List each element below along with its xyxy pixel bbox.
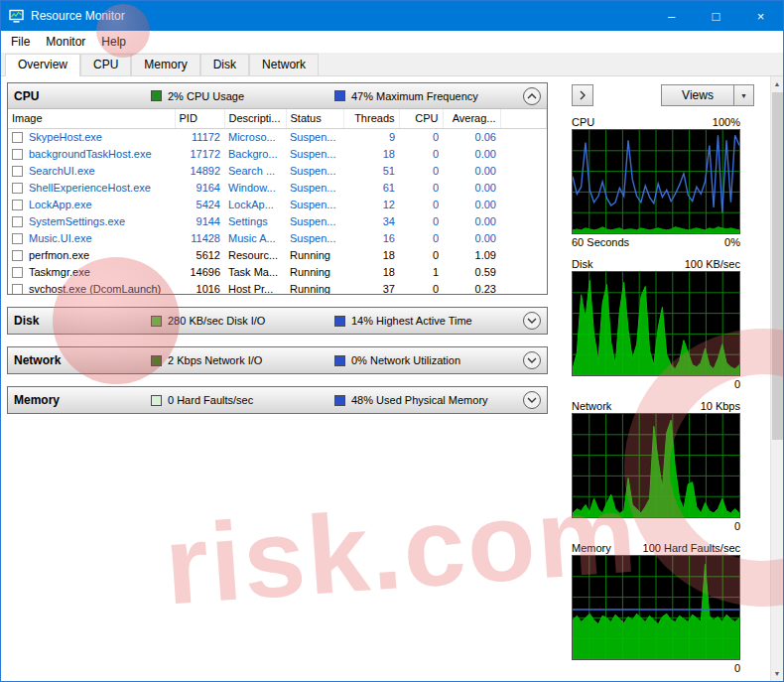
cell-description: Microso... — [224, 128, 286, 145]
cell-filler — [500, 229, 547, 246]
disk-section-header[interactable]: Disk 280 KB/sec Disk I/O 14% Highest Act… — [8, 308, 547, 334]
cell-cpu: 0 — [399, 212, 443, 229]
cpu-collapse-button[interactable] — [523, 87, 541, 105]
cell-status: Running — [286, 280, 343, 294]
vertical-scrollbar[interactable]: ▲ ▼ — [770, 76, 783, 681]
section-memory: Memory 0 Hard Faults/sec 48% Used Physic… — [7, 386, 548, 414]
cell-average: 0.00 — [443, 229, 500, 246]
table-row[interactable]: SkypeHost.exe11172Microso...Suspen...900… — [8, 128, 547, 145]
chevron-down-icon — [527, 357, 537, 363]
cell-cpu: 1 — [399, 263, 443, 280]
disk-expand-button[interactable] — [523, 312, 541, 330]
cell-threads: 61 — [343, 179, 399, 196]
scroll-up-icon[interactable]: ▲ — [771, 76, 783, 91]
memory-graph-block: Memory 100 Hard Faults/sec 0 — [572, 540, 740, 675]
table-row[interactable]: ShellExperienceHost.exe9164Window...Susp… — [8, 179, 547, 196]
table-row[interactable]: LockApp.exe5424LockAp...Suspen...1200.00 — [8, 196, 547, 212]
row-checkbox[interactable] — [12, 132, 23, 143]
table-row[interactable]: perfmon.exe5612Resourc...Running1801.09 — [8, 246, 547, 263]
cell-cpu: 0 — [399, 280, 443, 294]
cell-image: Taskmgr.exe — [8, 263, 175, 280]
disk-graph — [572, 271, 740, 376]
memory-expand-button[interactable] — [523, 391, 541, 409]
tab-memory[interactable]: Memory — [131, 54, 199, 75]
cell-average: 0.00 — [443, 212, 500, 229]
column-header[interactable]: Descripti... — [224, 109, 286, 128]
tab-cpu[interactable]: CPU — [80, 54, 131, 75]
cpu-graph-title: CPU — [572, 116, 594, 128]
cell-status: Suspen... — [286, 229, 343, 246]
chevron-up-icon — [527, 93, 537, 99]
cell-image: SkypeHost.exe — [8, 128, 175, 145]
table-row[interactable]: backgroundTaskHost.exe17172Backgro...Sus… — [8, 145, 547, 162]
memory-faults-label: 0 Hard Faults/sec — [168, 394, 253, 406]
cell-filler — [500, 128, 547, 145]
cell-cpu: 0 — [399, 229, 443, 246]
row-checkbox[interactable] — [12, 166, 23, 177]
row-checkbox[interactable] — [12, 233, 23, 244]
row-checkbox[interactable] — [12, 216, 23, 227]
tab-network[interactable]: Network — [249, 54, 319, 75]
cell-cpu: 0 — [399, 162, 443, 179]
network-graph-block: Network 10 Kbps 0 — [572, 398, 740, 533]
chevron-down-icon — [527, 397, 537, 403]
cpu-frequency-label: 47% Maximum Frequency — [351, 90, 478, 102]
collapse-graph-pane-button[interactable] — [572, 84, 593, 106]
row-checkbox[interactable] — [12, 183, 23, 194]
memory-section-header[interactable]: Memory 0 Hard Faults/sec 48% Used Physic… — [8, 387, 547, 413]
menu-monitor[interactable]: Monitor — [38, 32, 93, 52]
memory-faults-stat: 0 Hard Faults/sec — [151, 394, 334, 406]
column-header[interactable]: Averag... — [443, 109, 500, 128]
close-button[interactable]: × — [738, 1, 783, 31]
dropdown-arrow-icon[interactable]: ▼ — [733, 85, 753, 105]
cell-description: Search ... — [224, 162, 286, 179]
cell-image: perfmon.exe — [8, 246, 175, 263]
table-row[interactable]: SearchUI.exe14892Search ...Suspen...5100… — [8, 162, 547, 179]
chevron-down-icon — [527, 318, 537, 324]
cpu-process-table: ImagePIDDescripti...StatusThreadsCPUAver… — [8, 109, 547, 294]
memory-used-label: 48% Used Physical Memory — [351, 394, 488, 406]
network-section-title: Network — [14, 353, 151, 367]
column-header[interactable]: PID — [175, 109, 224, 128]
cell-description: Music A... — [224, 229, 286, 246]
network-utilization-stat: 0% Network Utilization — [334, 354, 523, 366]
row-checkbox[interactable] — [12, 149, 23, 160]
row-checkbox[interactable] — [12, 284, 23, 295]
cell-status: Running — [286, 263, 343, 280]
column-header[interactable]: Image — [8, 109, 175, 128]
column-header[interactable]: CPU — [399, 109, 443, 128]
views-dropdown[interactable]: Views ▼ — [661, 84, 754, 106]
table-row[interactable]: svchost.exe (DcomLaunch)1016Host Pr...Ru… — [8, 280, 547, 294]
cell-average: 0.00 — [443, 162, 500, 179]
row-checkbox[interactable] — [12, 250, 23, 261]
menu-help[interactable]: Help — [93, 32, 134, 52]
cell-threads: 51 — [343, 162, 399, 179]
scroll-down-icon[interactable]: ▼ — [771, 666, 783, 681]
cpu-process-list: ImagePIDDescripti...StatusThreadsCPUAver… — [8, 109, 547, 294]
tab-overview[interactable]: Overview — [5, 54, 80, 76]
cell-pid: 9164 — [175, 179, 224, 196]
tab-disk[interactable]: Disk — [200, 54, 249, 75]
table-row[interactable]: Taskmgr.exe14696Task Ma...Running1810.59 — [8, 263, 547, 280]
scrollbar-thumb[interactable] — [772, 92, 783, 440]
cpu-graph-block: CPU 100% 60 Seconds 0% — [572, 114, 740, 249]
table-row[interactable]: Music.UI.exe11428Music A...Suspen...1600… — [8, 229, 547, 246]
memory-used-swatch-icon — [334, 395, 345, 406]
menu-file[interactable]: File — [3, 32, 38, 52]
minimize-button[interactable]: – — [649, 1, 694, 31]
cpu-section-header[interactable]: CPU 2% CPU Usage 47% Maximum Frequency — [8, 83, 547, 109]
row-checkbox[interactable] — [12, 200, 23, 210]
network-expand-button[interactable] — [523, 351, 541, 369]
table-row[interactable]: SystemSettings.exe9144SettingsSuspen...3… — [8, 212, 547, 229]
column-header[interactable]: Status — [286, 109, 343, 128]
disk-io-stat: 280 KB/sec Disk I/O — [151, 315, 334, 327]
network-section-header[interactable]: Network 2 Kbps Network I/O 0% Network Ut… — [8, 347, 547, 373]
cell-status: Running — [286, 246, 343, 263]
maximize-button[interactable]: □ — [694, 1, 738, 31]
memory-used-stat: 48% Used Physical Memory — [334, 394, 523, 406]
cell-status: Suspen... — [286, 179, 343, 196]
row-checkbox[interactable] — [12, 267, 23, 278]
disk-io-swatch-icon — [151, 316, 162, 327]
cell-image: svchost.exe (DcomLaunch) — [8, 280, 175, 294]
column-header[interactable]: Threads — [343, 109, 399, 128]
